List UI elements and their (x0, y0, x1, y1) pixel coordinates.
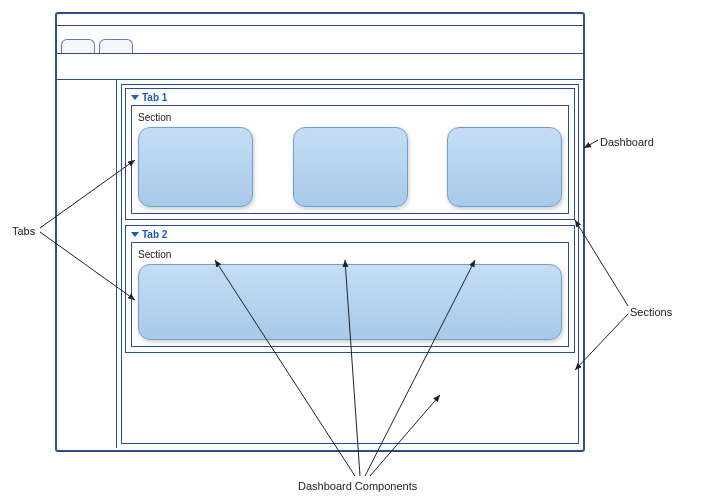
collapse-icon (131, 232, 139, 237)
window-tab-2[interactable] (99, 39, 133, 53)
tab-2-section: Section (131, 242, 569, 347)
window-tab-1[interactable] (61, 39, 95, 53)
callout-sections: Sections (630, 306, 672, 318)
callout-tabs: Tabs (12, 225, 35, 237)
tab-1-components-row (138, 127, 562, 207)
dashboard-tab-1[interactable]: Tab 1 Section (125, 88, 575, 220)
command-bar (57, 54, 583, 80)
dashboard-component[interactable] (138, 127, 253, 207)
sidebar (57, 80, 117, 448)
tab-2-section-title: Section (138, 249, 562, 260)
callout-dashboard: Dashboard (600, 136, 654, 148)
svg-line-2 (584, 140, 598, 148)
titlebar-strip (57, 14, 583, 26)
tab-2-text: Tab 2 (142, 229, 167, 240)
tab-1-text: Tab 1 (142, 92, 167, 103)
dashboard: Tab 1 Section Tab 2 (117, 80, 583, 448)
main-area: Tab 1 Section Tab 2 (57, 80, 583, 448)
tab-1-section-title: Section (138, 112, 562, 123)
dashboard-tab-2-label: Tab 2 (131, 229, 569, 240)
dashboard-component[interactable] (447, 127, 562, 207)
tab-2-components-row (138, 264, 562, 340)
dashboard-component[interactable] (293, 127, 408, 207)
tab-strip (57, 26, 583, 54)
app-frame: Tab 1 Section Tab 2 (55, 12, 585, 452)
dashboard-tab-1-label: Tab 1 (131, 92, 569, 103)
collapse-icon (131, 95, 139, 100)
dashboard-tab-2[interactable]: Tab 2 Section (125, 225, 575, 353)
tab-1-section: Section (131, 105, 569, 214)
dashboard-inner: Tab 1 Section Tab 2 (121, 84, 579, 444)
dashboard-component[interactable] (138, 264, 562, 340)
callout-dashboard-components: Dashboard Components (298, 480, 417, 492)
